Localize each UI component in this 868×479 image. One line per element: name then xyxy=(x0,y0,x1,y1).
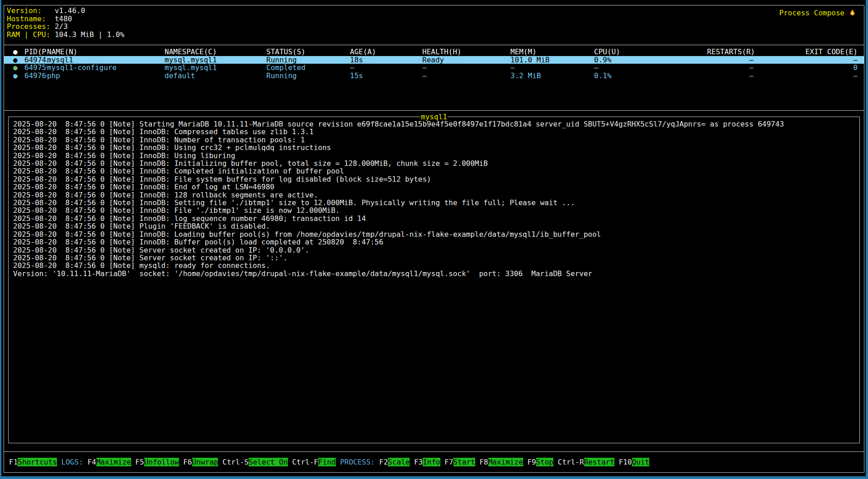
help-item[interactable]: Restart xyxy=(584,458,614,466)
cell-pid: 649759 xyxy=(24,64,47,72)
app-title-text: Process Compose xyxy=(779,9,845,17)
log-line: 2025-08-20 8:47:56 0 [Note] InnoDB: File… xyxy=(13,207,855,214)
cell-name: mysql1-configure xyxy=(47,64,165,72)
stats-value: v1.46.0 xyxy=(55,6,85,15)
log-panel-title: mysql1 xyxy=(420,113,448,121)
flame-icon xyxy=(848,9,857,17)
help-item[interactable]: F3 xyxy=(410,458,423,466)
process-row[interactable]: ● 649759 mysql1-configure mysql.mysql1 C… xyxy=(4,64,864,72)
help-item[interactable]: Scale xyxy=(388,458,410,466)
help-item[interactable]: F4 xyxy=(87,458,96,466)
log-line: 2025-08-20 8:47:56 0 [Note] Server socke… xyxy=(13,246,855,254)
cell-age: 15s xyxy=(350,72,422,80)
process-row[interactable]: ● 649743 mysql1 mysql.mysql1 Running 18s… xyxy=(4,56,864,64)
stats-value: 2/3 xyxy=(55,22,68,31)
log-line: 2025-08-20 8:47:56 0 [Note] InnoDB: Sett… xyxy=(13,199,855,207)
cell-cpu: 0.9% xyxy=(594,56,707,64)
logs-section: mysql1 2025-08-20 8:47:56 0 [Note] Start… xyxy=(4,111,864,451)
cell-health: – xyxy=(422,72,510,80)
stats-value: 104.3 MiB | 1.0% xyxy=(55,30,124,39)
help-item[interactable]: F8 xyxy=(475,458,488,466)
help-item[interactable]: Maximize xyxy=(488,458,523,466)
cell-cpu: 0.1% xyxy=(594,72,707,80)
col-namespace: NAMESPACE(C) xyxy=(165,48,266,56)
log-lines: 2025-08-20 8:47:56 0 [Note] Starting Mar… xyxy=(9,117,859,443)
stats-line: Version:v1.46.0 xyxy=(7,7,861,15)
help-item[interactable]: Ctrl-R xyxy=(553,458,584,466)
help-item[interactable]: F9 xyxy=(523,458,536,466)
log-line: 2025-08-20 8:47:56 0 [Note] InnoDB: log … xyxy=(13,215,855,222)
log-line: 2025-08-20 8:47:56 0 [Note] mysqld: read… xyxy=(13,262,855,269)
help-item[interactable]: F7 xyxy=(440,458,453,466)
cell-status: Running xyxy=(266,56,350,64)
help-item[interactable]: PROCESS: xyxy=(336,458,379,466)
help-item[interactable]: Unwrap xyxy=(192,458,218,466)
col-age: AGE(A) xyxy=(350,48,422,56)
col-restarts: RESTARTS(R) xyxy=(707,48,754,56)
stats-line: Processes:2/3 xyxy=(7,23,861,31)
log-line: 2025-08-20 8:47:56 0 [Note] Plugin 'FEED… xyxy=(13,222,855,230)
cell-namespace: mysql.mysql1 xyxy=(165,64,266,72)
cell-cpu: – xyxy=(594,64,707,72)
help-item[interactable]: Unfollow xyxy=(144,458,179,466)
col-cpu: CPU(U) xyxy=(594,48,707,56)
status-bullet-icon: ● xyxy=(13,56,24,64)
help-item[interactable]: Info xyxy=(423,458,440,466)
cell-restarts: – xyxy=(707,64,754,72)
col-pid: PID(P) xyxy=(24,48,47,56)
help-item[interactable]: Start xyxy=(453,458,475,466)
help-item[interactable]: Ctrl-F xyxy=(288,458,318,466)
process-row[interactable]: ● 649760 php default Running 15s – 3.2 M… xyxy=(4,72,864,80)
log-line: 2025-08-20 8:47:56 0 [Note] InnoDB: Comp… xyxy=(13,167,855,175)
log-panel[interactable]: mysql1 2025-08-20 8:47:56 0 [Note] Start… xyxy=(8,117,860,443)
cell-exit-code: – xyxy=(754,72,858,80)
stats-list: Version:v1.46.0 Hostname:t480 Processes:… xyxy=(7,7,861,38)
col-name: NAME(N) xyxy=(47,48,165,56)
cell-age: – xyxy=(350,64,422,72)
stats-line: RAM | CPU:104.3 MiB | 1.0% xyxy=(7,31,861,39)
cell-name: mysql1 xyxy=(47,56,165,64)
log-line: 2025-08-20 8:47:56 0 [Note] InnoDB: Buff… xyxy=(13,238,855,246)
help-item[interactable]: F5 xyxy=(131,458,144,466)
process-table-header: ● PID(P) NAME(N) NAMESPACE(C) STATUS(S) … xyxy=(4,48,864,56)
log-line: 2025-08-20 8:47:56 0 [Note] InnoDB: Usin… xyxy=(13,144,855,151)
help-item[interactable]: F10 xyxy=(614,458,632,466)
stats-label: Version: xyxy=(7,7,55,15)
cell-health: – xyxy=(422,64,510,72)
cell-restarts: – xyxy=(707,72,754,80)
log-line: 2025-08-20 8:47:56 0 [Note] InnoDB: Usin… xyxy=(13,152,855,160)
help-item[interactable]: F1 xyxy=(9,458,18,466)
help-item[interactable]: Ctrl-S xyxy=(218,458,248,466)
help-item[interactable]: Select On xyxy=(249,458,288,466)
process-table: ● PID(P) NAME(N) NAMESPACE(C) STATUS(S) … xyxy=(4,46,864,111)
help-bar: F1 Shortcuts LOGS: F4 Maximize F5 Unfoll… xyxy=(4,451,864,472)
log-line: 2025-08-20 8:47:56 0 [Note] Starting Mar… xyxy=(13,120,855,128)
log-line: Version: '10.11.11-MariaDB' socket: '/ho… xyxy=(13,270,855,277)
log-line: 2025-08-20 8:47:56 0 [Note] InnoDB: Load… xyxy=(13,230,855,238)
help-item[interactable]: Stop xyxy=(536,458,554,466)
cell-pid: 649760 xyxy=(24,72,47,80)
cell-exit-code: 0 xyxy=(754,64,858,72)
stats-panel: Version:v1.46.0 Hostname:t480 Processes:… xyxy=(4,5,864,45)
help-item[interactable]: Shortcuts xyxy=(18,458,57,466)
stats-value: t480 xyxy=(55,14,72,23)
help-item[interactable]: Find xyxy=(318,458,336,466)
cell-exit-code: – xyxy=(754,56,858,64)
col-health: HEALTH(H) xyxy=(422,48,510,56)
stats-label: Processes: xyxy=(7,23,55,31)
col-exit-code: EXIT CODE(E) xyxy=(754,48,858,56)
app-title: Process Compose xyxy=(779,9,857,17)
help-item[interactable]: F2 xyxy=(379,458,388,466)
log-line: 2025-08-20 8:47:56 0 [Note] Server socke… xyxy=(13,254,855,262)
terminal-screen: Version:v1.46.0 Hostname:t480 Processes:… xyxy=(1,0,866,476)
cell-status: Completed xyxy=(266,64,350,72)
help-item[interactable]: LOGS: xyxy=(57,458,87,466)
help-item[interactable]: Quit xyxy=(632,458,650,466)
log-line: 2025-08-20 8:47:56 0 [Note] InnoDB: 128 … xyxy=(13,191,855,199)
help-item[interactable]: Maximize xyxy=(96,458,131,466)
col-status: STATUS(S) xyxy=(266,48,350,56)
log-line: 2025-08-20 8:47:56 0 [Note] InnoDB: Init… xyxy=(13,160,855,167)
header-bullet-icon: ● xyxy=(13,48,24,56)
cell-health: Ready xyxy=(422,56,510,64)
help-item[interactable]: F6 xyxy=(179,458,192,466)
